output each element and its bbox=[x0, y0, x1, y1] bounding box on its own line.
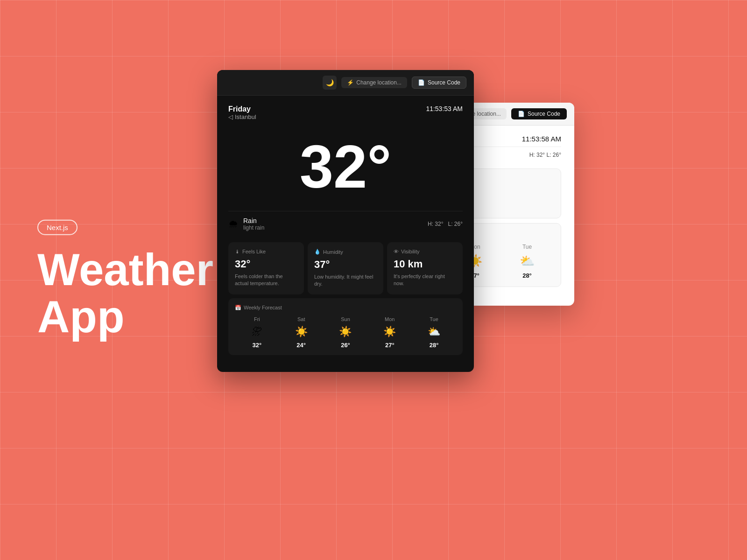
dark-forecast-title: 📅 Weekly Forecast bbox=[235, 305, 456, 311]
dark-feels-like-card: 🌡 Feels Like 32° Feels colder than the a… bbox=[228, 242, 304, 294]
dark-weather-left: 🌧 Rain light rain bbox=[228, 217, 264, 231]
dark-feels-like-value: 32° bbox=[235, 258, 297, 270]
dark-location: ◁ Istanbul bbox=[228, 113, 256, 120]
left-content: Next.js Weather App bbox=[37, 220, 213, 341]
dark-moon-button[interactable]: 🌙 bbox=[323, 76, 337, 90]
feels-like-icon: 🌡 bbox=[235, 249, 240, 254]
dark-hl: H: 32° L: 26° bbox=[428, 221, 463, 227]
dark-mon-icon: ☀️ bbox=[383, 326, 396, 338]
app-title: Weather App bbox=[37, 246, 213, 341]
dark-location-label: Change location... bbox=[356, 79, 402, 86]
humidity-icon: 💧 bbox=[314, 249, 321, 255]
dark-header-row: Friday ◁ Istanbul 11:53:53 AM bbox=[228, 105, 463, 120]
dark-condition-sub: light rain bbox=[243, 224, 264, 231]
dark-condition: Rain bbox=[243, 217, 264, 224]
dark-source-label: Source Code bbox=[428, 79, 460, 86]
dark-temperature: 32° bbox=[228, 122, 463, 211]
dark-humidity-desc: Low humidity. It might feel dry. bbox=[314, 273, 377, 288]
dark-humidity-card: 💧 Humidity 37° Low humidity. It might fe… bbox=[308, 242, 383, 294]
dark-fri-icon: ⛈ bbox=[252, 326, 262, 338]
dark-visibility-card: 👁 Visibility 10 km It's perfectly clear … bbox=[387, 242, 463, 294]
dark-weather-row: 🌧 Rain light rain H: 32° L: 26° bbox=[228, 211, 463, 237]
light-source-code-button[interactable]: 📄 Source Code bbox=[511, 108, 567, 119]
dark-visibility-desc: It's perfectly clear right now. bbox=[394, 273, 456, 287]
light-forecast-day-tue: Tue ⛅ 28° bbox=[501, 244, 553, 279]
visibility-icon: 👁 bbox=[394, 249, 399, 254]
nextjs-badge: Next.js bbox=[37, 220, 78, 235]
light-source-icon: 📄 bbox=[518, 111, 525, 117]
dark-forecast-tue: Tue ⛅ 28° bbox=[412, 316, 456, 349]
light-tue-icon: ⛅ bbox=[520, 254, 535, 268]
dark-location-nav-icon: ⚡ bbox=[347, 79, 354, 86]
light-source-label: Source Code bbox=[528, 111, 560, 117]
dark-location-icon: ◁ bbox=[228, 113, 233, 120]
dark-humidity-value: 37° bbox=[314, 259, 377, 271]
app-title-line2: App bbox=[37, 294, 213, 341]
dark-forecast-mon: Mon ☀️ 27° bbox=[367, 316, 412, 349]
dark-location-text: Istanbul bbox=[235, 113, 256, 120]
dark-visibility-value: 10 km bbox=[394, 258, 456, 270]
dark-sat-icon: ☀️ bbox=[295, 326, 308, 338]
dark-day: Friday bbox=[228, 105, 256, 113]
dark-forecast-sat: Sat ☀️ 24° bbox=[279, 316, 324, 349]
dark-toolbar: 🌙 ⚡ Change location... 📄 Source Code bbox=[217, 70, 474, 96]
dark-sun-icon: ☀️ bbox=[339, 326, 352, 338]
dark-forecast-sun: Sun ☀️ 26° bbox=[324, 316, 368, 349]
dark-stat-cards: 🌡 Feels Like 32° Feels colder than the a… bbox=[228, 242, 463, 294]
nextjs-badge-text: Next.js bbox=[47, 224, 68, 231]
moon-icon: 🌙 bbox=[326, 79, 334, 86]
dark-forecast-days: Fri ⛈ 32° Sat ☀️ 24° Sun ☀️ 26° Mon ☀️ bbox=[235, 316, 456, 349]
dark-rain-icon: 🌧 bbox=[228, 218, 239, 230]
dark-source-code-button[interactable]: 📄 Source Code bbox=[412, 77, 466, 89]
dark-forecast-fri: Fri ⛈ 32° bbox=[235, 316, 279, 349]
dark-tue-icon: ⛅ bbox=[428, 326, 440, 338]
dark-time: 11:53:53 AM bbox=[426, 105, 463, 112]
dark-forecast: 📅 Weekly Forecast Fri ⛈ 32° Sat ☀️ 24° S… bbox=[228, 298, 463, 355]
app-title-line1: Weather bbox=[37, 246, 213, 294]
dark-source-icon: 📄 bbox=[418, 79, 425, 86]
dark-main: Friday ◁ Istanbul 11:53:53 AM 32° 🌧 Rain… bbox=[217, 96, 474, 372]
dark-forecast-calendar-icon: 📅 bbox=[235, 305, 241, 311]
weather-app-dark: 🌙 ⚡ Change location... 📄 Source Code Fri… bbox=[217, 70, 474, 372]
dark-change-location-button[interactable]: ⚡ Change location... bbox=[341, 77, 407, 88]
dark-feels-like-desc: Feels colder than the actual temperature… bbox=[235, 273, 297, 287]
